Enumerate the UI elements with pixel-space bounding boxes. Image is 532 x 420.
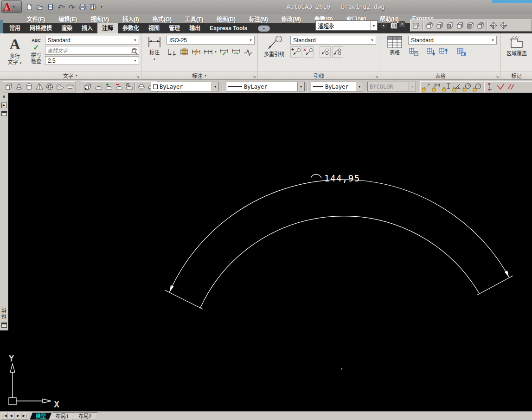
perpendicular-constraint-icon[interactable] (495, 82, 506, 92)
dialog-launcher-icon[interactable]: ↘ (375, 74, 378, 79)
object-color-combo[interactable]: ByLayer ▼ (151, 82, 219, 91)
menu-modify[interactable]: 修改(M) (282, 15, 301, 23)
mleader-style-combo[interactable]: Standard▼ (290, 36, 376, 45)
multileader-button[interactable]: 多重引线 (260, 35, 288, 58)
upload-to-source-button[interactable] (438, 46, 449, 58)
dim-inspect-button[interactable]: ✓ (218, 46, 230, 58)
vertical-constraint-icon[interactable] (442, 82, 452, 92)
aligned-constraint-icon[interactable] (421, 82, 431, 92)
new-file-button[interactable] (24, 2, 34, 12)
plot-button[interactable] (77, 2, 88, 12)
ribbon-tab-mesh[interactable]: 网格建模 (25, 23, 57, 33)
extract-data-button[interactable] (408, 46, 419, 58)
surface-add-icon[interactable] (103, 82, 113, 92)
ribbon-tab-manage[interactable]: 管理 (164, 23, 185, 33)
redo-button[interactable] (67, 2, 77, 12)
view-se-isometric-button[interactable] (499, 20, 509, 31)
collect-leaders-button[interactable] (332, 46, 343, 58)
ribbon-tab-parametric[interactable]: 参数化 (118, 23, 144, 33)
chevron-down-icon[interactable]: ▼ (370, 21, 377, 30)
cone-icon[interactable] (14, 82, 24, 92)
cylinder-icon[interactable] (24, 82, 34, 92)
menu-draw[interactable]: 绘图(D) (217, 15, 236, 23)
tab-model[interactable]: 模型 (30, 412, 52, 420)
find-text-search-icon[interactable]: ABC (130, 47, 139, 54)
prev-tab-button[interactable]: ◀ (8, 413, 14, 420)
ribbon-tab-view[interactable]: 视图 (144, 23, 164, 33)
ribbon-tab-output[interactable]: 输出 (185, 23, 205, 33)
spell-check-button[interactable]: ABC ✓ 拼写检查 (28, 35, 45, 65)
find-text-input[interactable] (45, 48, 130, 53)
view-back-button[interactable] (475, 20, 486, 31)
angular-constraint-icon[interactable] (452, 82, 462, 92)
mtext-button[interactable]: A 多行文字 ▼ (3, 35, 27, 66)
menu-tools[interactable]: 工具(T) (185, 15, 203, 23)
infocenter-search-input[interactable] (316, 22, 370, 29)
box-icon[interactable] (4, 82, 14, 92)
ribbon-tab-home[interactable]: 常用 (5, 23, 25, 33)
diameter-constraint-icon[interactable] (472, 82, 482, 92)
chevron-down-icon[interactable]: ▼ (212, 82, 218, 91)
close-icon[interactable]: × (399, 21, 405, 27)
coincident-constraint-icon[interactable] (485, 82, 495, 92)
menu-insert[interactable]: 插入(I) (122, 15, 139, 23)
menu-file[interactable]: 文件(F) (27, 15, 45, 23)
sphere-edit-icon[interactable] (136, 82, 147, 92)
undo-button[interactable] (56, 2, 66, 12)
torus-icon[interactable] (65, 82, 75, 92)
table-style-combo[interactable]: Standard▼ (408, 36, 497, 45)
wipeout-button[interactable]: 区域覆盖 (504, 35, 530, 57)
dialog-launcher-icon[interactable]: ↘ (495, 74, 499, 79)
panel-footer-leader[interactable]: 引线 ↘ (258, 71, 380, 79)
next-tab-button[interactable]: ▶ (15, 413, 21, 420)
linetype-combo[interactable]: ByLayer ▼ (226, 82, 305, 91)
extrude-face-icon[interactable] (83, 82, 93, 92)
menu-edit[interactable]: 编辑(E) (58, 15, 77, 23)
dimension-button[interactable]: 标注▼ (144, 35, 165, 63)
dim-update-button[interactable] (231, 46, 242, 58)
quick-dimension-button[interactable] (191, 46, 202, 58)
dialog-launcher-icon[interactable]: ↘ (136, 74, 140, 79)
view-right-button[interactable] (455, 20, 465, 31)
remove-leader-button[interactable]: × (303, 46, 314, 58)
ribbon-tab-render[interactable]: 渲染 (57, 23, 77, 33)
find-text-field[interactable]: ABC (45, 46, 139, 55)
surface-null-icon[interactable] (123, 82, 134, 92)
open-file-button[interactable] (35, 2, 45, 12)
named-views-button[interactable] (411, 20, 422, 31)
inner-arc-entity[interactable] (200, 216, 479, 308)
menu-view[interactable]: 视图(V) (90, 15, 109, 23)
download-from-source-button[interactable] (426, 46, 437, 58)
horizontal-constraint-icon[interactable] (431, 82, 442, 92)
qat-customize-button[interactable]: ▼ (99, 2, 104, 12)
panel-footer-table[interactable]: 表格 ↘ (380, 71, 500, 79)
view-top-button[interactable] (424, 20, 435, 31)
ribbon-minimize-button[interactable]: ▼ (258, 26, 270, 32)
chevron-down-icon[interactable]: ▼ (356, 82, 363, 91)
radius-constraint-icon[interactable] (462, 82, 472, 92)
ribbon-tab-insert[interactable]: 插入 (77, 23, 97, 33)
ribbon-tab-express[interactable]: Express Tools (205, 23, 252, 33)
right-cap-line-entity[interactable] (477, 276, 513, 295)
tab-layout1[interactable]: 布局1 (50, 412, 75, 420)
view-bottom-button[interactable] (435, 20, 445, 31)
parallel-constraint-icon[interactable] (506, 82, 516, 92)
planar-surface-icon[interactable] (93, 82, 103, 92)
panel-footer-dimension[interactable]: 标注▼ ↘ (141, 71, 257, 79)
chevron-down-icon[interactable]: ▼ (297, 82, 304, 91)
menu-dimension[interactable]: 标注(N) (249, 15, 268, 23)
dim-adjust-space-button[interactable] (179, 46, 190, 58)
application-menu-button[interactable]: A ▼ (1, 0, 22, 13)
table-button[interactable]: 表格 (384, 35, 405, 56)
infocenter-search-field[interactable]: ▼ (315, 20, 378, 31)
first-tab-button[interactable]: ❘◀ (1, 413, 7, 420)
lineweight-combo[interactable]: ByLayer ▼ (311, 82, 363, 91)
menu-format[interactable]: 格式(O) (153, 15, 172, 23)
view-sw-isometric-button[interactable] (488, 20, 499, 31)
pyramid-icon[interactable] (34, 82, 45, 92)
save-button[interactable] (45, 2, 56, 12)
text-height-combo[interactable]: 2.5▼ (45, 56, 139, 65)
view-front-button[interactable] (465, 20, 475, 31)
surface-subtract-icon[interactable] (113, 82, 123, 92)
drawing-canvas[interactable]: × ▶ 特性 144,95 Y X (0, 93, 532, 411)
